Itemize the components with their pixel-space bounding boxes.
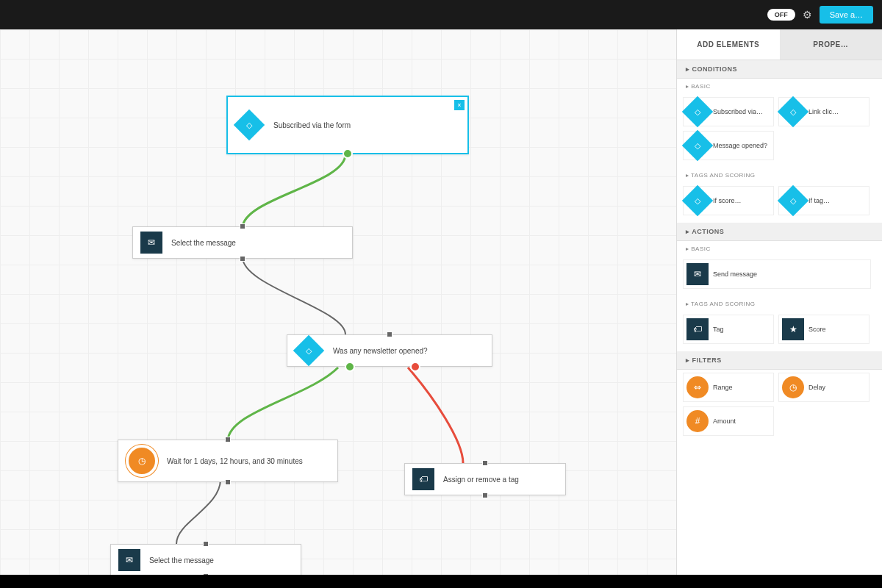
subsection-basic-actions: ▸ BASIC <box>677 241 882 257</box>
user-icon: ◇ <box>234 110 265 140</box>
port-yes-icon[interactable] <box>345 362 355 372</box>
port-in[interactable] <box>225 437 231 442</box>
port-out[interactable] <box>240 256 245 262</box>
bottom-bar <box>0 575 882 588</box>
top-bar: OFF ⚙ Save a… <box>0 0 882 29</box>
settings-icon[interactable]: ⚙ <box>803 9 812 21</box>
node-close-button[interactable]: × <box>454 100 465 110</box>
element-tag[interactable]: 🏷 Tag <box>683 315 774 344</box>
item-label: Send message <box>713 270 757 279</box>
element-message-opened[interactable]: ◇ Message opened? <box>683 131 774 160</box>
item-label: Range <box>713 384 733 392</box>
item-label: If tag… <box>808 197 830 205</box>
save-button[interactable]: Save a… <box>820 6 873 24</box>
conditions-basic-grid: ◇ Subscribed via… ◇ Link clic… ◇ Message… <box>677 94 882 168</box>
condition-icon: ◇ <box>778 185 808 216</box>
node-assign-tag[interactable]: 🏷 Assign or remove a tag <box>404 463 566 495</box>
condition-icon: ◇ <box>682 185 713 216</box>
condition-icon: ◇ <box>682 96 713 127</box>
clock-icon: ◷ <box>782 376 804 398</box>
port-out[interactable] <box>225 479 231 485</box>
node-subscribed[interactable]: ◇ Subscribed via the form × <box>226 96 469 154</box>
port-in[interactable] <box>482 460 488 466</box>
filters-grid: ⇔ Range ◷ Delay # Amount <box>677 370 882 443</box>
item-label: Tag <box>713 326 724 334</box>
conditions-tags-grid: ◇ If score… ◇ If tag… <box>677 183 882 223</box>
node-label: Wait for 1 days, 12 hours, and 30 minute… <box>167 457 303 465</box>
section-filters[interactable]: ▸ FILTERS <box>677 351 882 370</box>
port-no-icon[interactable] <box>410 362 420 372</box>
port-out[interactable] <box>203 573 209 575</box>
subsection-basic: ▸ BASIC <box>677 79 882 94</box>
clock-icon: ◷ <box>126 445 158 477</box>
side-panel: ADD ELEMENTS PROPE… ▸ CONDITIONS ▸ BASIC… <box>676 29 882 575</box>
tab-properties[interactable]: PROPE… <box>780 29 883 60</box>
tag-icon: 🏷 <box>412 468 434 490</box>
item-label: Subscribed via… <box>713 108 763 116</box>
element-score[interactable]: ★ Score <box>778 315 870 344</box>
item-label: Amount <box>713 417 736 426</box>
element-range[interactable]: ⇔ Range <box>683 373 774 402</box>
item-label: Delay <box>808 384 825 392</box>
node-label: Assign or remove a tag <box>443 476 519 484</box>
tab-add-elements[interactable]: ADD ELEMENTS <box>677 29 780 60</box>
section-conditions[interactable]: ▸ CONDITIONS <box>677 60 882 79</box>
app-root: OFF ⚙ Save a… ◇ Subscribed via the form … <box>0 0 882 588</box>
node-label: Select the message <box>149 556 214 564</box>
element-send-message[interactable]: ✉ Send message <box>683 259 871 289</box>
condition-icon: ◇ <box>682 130 713 161</box>
range-icon: ⇔ <box>686 376 709 398</box>
element-if-tag[interactable]: ◇ If tag… <box>778 186 870 215</box>
condition-icon: ◇ <box>778 96 808 127</box>
element-amount[interactable]: # Amount <box>683 406 774 436</box>
message-icon: ✉ <box>140 232 162 254</box>
port-in[interactable] <box>387 331 392 337</box>
node-label: Was any newsletter opened? <box>333 347 428 355</box>
main-area: ◇ Subscribed via the form × ✉ Select the… <box>0 29 882 575</box>
item-label: Message opened? <box>713 142 767 150</box>
node-newsletter-opened[interactable]: ◇ Was any newsletter opened? <box>287 334 492 367</box>
element-subscribed[interactable]: ◇ Subscribed via… <box>683 97 774 126</box>
amount-icon: # <box>686 410 709 432</box>
node-select-message-2[interactable]: ✉ Select the message <box>110 544 301 575</box>
score-icon: ★ <box>782 318 804 340</box>
node-label: Select the message <box>171 239 236 247</box>
condition-icon: ◇ <box>293 335 324 366</box>
actions-basic-grid: ✉ Send message <box>677 257 882 296</box>
element-if-score[interactable]: ◇ If score… <box>683 186 774 215</box>
workflow-toggle[interactable]: OFF <box>767 9 795 21</box>
message-icon: ✉ <box>118 549 140 571</box>
element-link-clicked[interactable]: ◇ Link clic… <box>778 97 870 126</box>
node-label: Subscribed via the form <box>273 121 351 129</box>
item-label: Link clic… <box>808 108 839 116</box>
panel-tabs: ADD ELEMENTS PROPE… <box>677 29 882 60</box>
node-wait[interactable]: ◷ Wait for 1 days, 12 hours, and 30 minu… <box>118 440 338 482</box>
port-out[interactable] <box>482 492 488 498</box>
port-yes-icon[interactable] <box>343 148 353 159</box>
workflow-canvas[interactable]: ◇ Subscribed via the form × ✉ Select the… <box>0 29 676 575</box>
item-label: Score <box>808 326 826 334</box>
port-in[interactable] <box>240 223 245 229</box>
node-select-message-1[interactable]: ✉ Select the message <box>132 226 353 259</box>
port-in[interactable] <box>203 541 209 547</box>
item-label: If score… <box>713 197 742 205</box>
element-delay[interactable]: ◷ Delay <box>778 373 870 402</box>
actions-tags-grid: 🏷 Tag ★ Score <box>677 312 882 351</box>
subsection-tags-scoring: ▸ TAGS AND SCORING <box>677 168 882 183</box>
tag-icon: 🏷 <box>686 318 709 340</box>
subsection-tags-scoring-actions: ▸ TAGS AND SCORING <box>677 296 882 312</box>
message-icon: ✉ <box>686 263 709 285</box>
section-actions[interactable]: ▸ ACTIONS <box>677 223 882 241</box>
